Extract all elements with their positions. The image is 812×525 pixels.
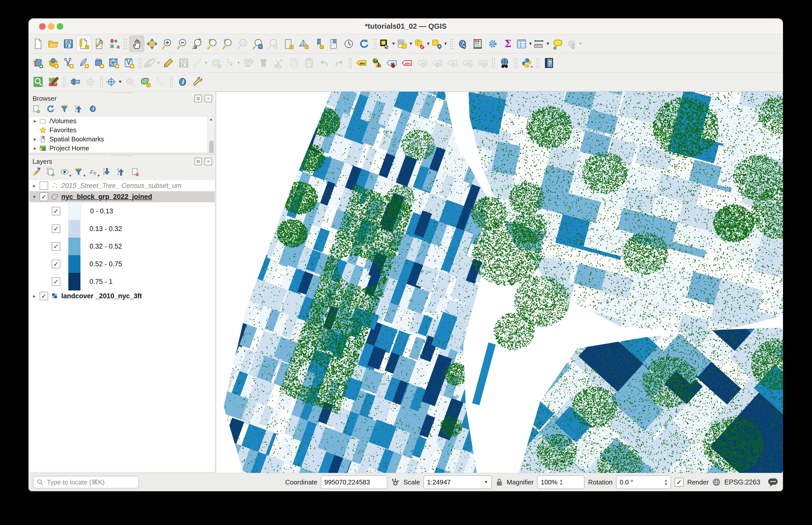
toolbar-handle[interactable]: [536, 57, 540, 69]
statistical-summary-button[interactable]: Σ: [501, 36, 515, 52]
layer-diagram-button[interactable]: [369, 55, 384, 71]
browser-panel-grip[interactable]: [111, 91, 133, 94]
expander-icon[interactable]: ▸: [31, 183, 38, 189]
layers-close-icon[interactable]: ×: [204, 158, 212, 165]
expander-icon[interactable]: ▾: [31, 194, 38, 200]
messages-icon[interactable]: [767, 477, 779, 487]
new-gpx-button[interactable]: ✱: [91, 55, 106, 71]
deselect-features-button[interactable]: ▼: [414, 36, 431, 52]
highlight-labels-button[interactable]: abc: [400, 55, 414, 71]
measure-dropdown-icon[interactable]: ▼: [546, 41, 550, 46]
manage-map-themes-dropdown-icon[interactable]: ▼: [69, 174, 72, 178]
new-spatialite-button[interactable]: ✱: [76, 55, 91, 71]
measure-button[interactable]: ▼: [533, 36, 550, 52]
maximize-window-icon[interactable]: [57, 23, 63, 30]
browser-scrollbar-thumb[interactable]: [209, 140, 214, 153]
pan-to-selection-button[interactable]: [145, 36, 159, 52]
zoom-to-layer-button[interactable]: [220, 36, 235, 52]
minimize-window-icon[interactable]: [48, 23, 55, 30]
magnifier-spin-arrows-icon[interactable]: ▲▼: [560, 479, 563, 486]
python-console-button[interactable]: >: [520, 55, 534, 71]
map-tips-button[interactable]: [551, 36, 565, 52]
show-spatial-bookmarks-button[interactable]: [326, 36, 341, 52]
collapse-all-button[interactable]: [116, 167, 126, 178]
identify-features-button[interactable]: i: [455, 36, 470, 52]
layer-labeling-button[interactable]: abc: [354, 55, 369, 71]
new-shapefile-button[interactable]: ✱: [61, 55, 76, 71]
attribute-table-button[interactable]: ▼: [516, 36, 533, 52]
crs-globe-icon[interactable]: [712, 478, 721, 486]
filter-browser-button[interactable]: [59, 104, 70, 115]
save-project-button[interactable]: [61, 36, 76, 52]
osm-editor-button[interactable]: [46, 74, 60, 90]
deselect-features-dropdown-icon[interactable]: ▼: [426, 41, 431, 46]
browser-item-spatial-bookmarks[interactable]: ▸Spatial Bookmarks: [30, 135, 214, 144]
area-measure-plugin-button[interactable]: [138, 74, 153, 90]
digitize-line-dropdown-icon[interactable]: ▼: [204, 60, 208, 65]
extents-toggle-icon[interactable]: [391, 478, 400, 487]
manage-map-themes-button[interactable]: ▼: [59, 167, 70, 178]
new-3d-map-view-button[interactable]: [296, 36, 311, 52]
new-spatial-bookmark-button[interactable]: [311, 36, 326, 52]
metasearch-button[interactable]: [497, 55, 512, 71]
zoom-full-button[interactable]: [190, 36, 205, 52]
select-by-location-dropdown-icon[interactable]: ▼: [443, 41, 448, 46]
toolbar-handle[interactable]: [492, 57, 495, 69]
add-group-button[interactable]: [45, 167, 56, 178]
layer-row-nyc-block-grp-2022-joined[interactable]: ▾✓nyc_block_grp_2022_joined: [29, 191, 215, 202]
layer-visibility-checkbox[interactable]: ✓: [40, 292, 48, 300]
plugin-info-button[interactable]: i: [175, 74, 190, 90]
legend-class-checkbox[interactable]: ✓: [52, 242, 60, 251]
browser-item-favorites[interactable]: Favorites: [30, 125, 214, 135]
browser-item-project-home[interactable]: ▸Project Home: [30, 144, 214, 153]
remove-layer-button[interactable]: [130, 167, 141, 178]
render-checkbox[interactable]: ✓: [675, 478, 684, 487]
toolbar-handle[interactable]: [100, 76, 104, 87]
pin-labels-button[interactable]: ab: [384, 55, 399, 71]
plugin-settings-button[interactable]: [190, 74, 205, 90]
attribute-table-dropdown-icon[interactable]: ▼: [528, 41, 533, 46]
select-features-button[interactable]: ▼: [379, 36, 396, 52]
pan-map-button[interactable]: [129, 35, 144, 52]
project-properties-button[interactable]: [92, 36, 106, 52]
layout-manager-button[interactable]: [76, 35, 91, 52]
coordinate-input[interactable]: 995070,224583: [321, 475, 387, 489]
crs-status[interactable]: EPSG:2263: [724, 478, 760, 486]
legend-class-checkbox[interactable]: ✓: [52, 260, 60, 268]
legend-class-checkbox[interactable]: ✓: [52, 207, 60, 215]
refresh-map-button[interactable]: [357, 36, 371, 52]
browser-properties-button[interactable]: i: [87, 104, 98, 115]
filter-by-expression-button[interactable]: ε▼: [87, 167, 98, 178]
locator-box[interactable]: [33, 476, 139, 489]
title-bar[interactable]: *tutorials01_02 — QGIS: [29, 18, 783, 34]
rotation-spin-arrows-icon[interactable]: ▲▼: [664, 479, 667, 486]
temporal-controller-button[interactable]: [342, 36, 356, 52]
select-by-value-button[interactable]: ▼: [396, 36, 413, 52]
scale-combo[interactable]: 1:24947: [423, 475, 481, 489]
new-mesh-layer-button[interactable]: ✱: [106, 55, 121, 71]
legend-class-checkbox[interactable]: ✓: [52, 278, 60, 286]
filter-by-expression-dropdown-icon[interactable]: ▼: [97, 174, 100, 178]
profile-tool-button[interactable]: [68, 74, 83, 90]
expander-icon[interactable]: ▸: [32, 136, 38, 142]
gps-target-button[interactable]: ▼: [105, 74, 122, 90]
select-by-location-button[interactable]: ▼: [431, 36, 448, 52]
filter-legend-button[interactable]: ▼: [73, 167, 84, 178]
select-features-dropdown-icon[interactable]: ▼: [391, 41, 396, 46]
open-project-button[interactable]: [46, 36, 60, 52]
current-edits-dropdown-icon[interactable]: ▼: [156, 60, 161, 65]
toolbar-handle[interactable]: [62, 76, 66, 87]
zoom-last-button[interactable]: <: [251, 36, 265, 52]
browser-float-icon[interactable]: ⧉: [194, 95, 202, 102]
layer-row-landcover-2010-nyc-3ft[interactable]: ▸✓landcover _2010_nyc_3ft: [29, 290, 215, 302]
gps-target-dropdown-icon[interactable]: ▼: [118, 79, 122, 85]
field-calculator-button[interactable]: [470, 36, 485, 52]
expander-icon[interactable]: ▸: [32, 145, 38, 151]
new-project-button[interactable]: [31, 36, 45, 52]
filter-legend-dropdown-icon[interactable]: ▼: [83, 174, 86, 178]
new-geopackage-button[interactable]: ✱: [46, 55, 60, 71]
processing-toolbox-button[interactable]: [485, 36, 500, 52]
toolbar-handle[interactable]: [138, 57, 142, 69]
legend-class-checkbox[interactable]: ✓: [52, 224, 60, 233]
toolbar-handle[interactable]: [348, 57, 352, 69]
